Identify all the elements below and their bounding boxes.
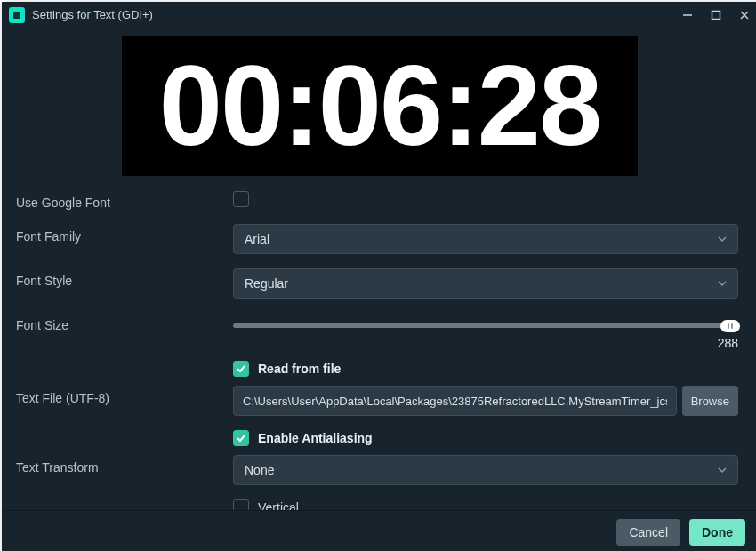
- minimize-button[interactable]: [681, 9, 694, 21]
- window-title: Settings for Text (GDI+): [32, 8, 681, 21]
- footer: Cancel Done: [2, 510, 756, 551]
- preview-area: 00:06:28: [2, 28, 756, 176]
- font-size-value: 288: [718, 336, 738, 350]
- select-font-family-value: Arial: [245, 232, 269, 246]
- label-font-family: Font Family: [12, 224, 233, 244]
- maximize-button[interactable]: [710, 9, 722, 21]
- checkbox-use-google-font[interactable]: [233, 191, 249, 207]
- browse-button[interactable]: Browse: [682, 386, 738, 416]
- select-font-style-value: Regular: [245, 276, 288, 291]
- input-text-file-path[interactable]: [233, 386, 677, 416]
- label-vertical: Vertical: [258, 500, 299, 510]
- preview-text: 00:06:28: [159, 49, 600, 163]
- close-button[interactable]: [738, 9, 751, 21]
- select-text-transform-value: None: [245, 463, 274, 477]
- app-icon: [9, 7, 25, 23]
- chevron-down-icon: [718, 463, 727, 477]
- done-button[interactable]: Done: [689, 519, 745, 546]
- select-text-transform[interactable]: None: [233, 455, 738, 485]
- slider-thumb[interactable]: [720, 320, 740, 332]
- label-font-style: Font Style: [12, 268, 233, 288]
- checkbox-vertical[interactable]: [233, 499, 249, 510]
- settings-window: Settings for Text (GDI+) 00:06:28 Use Go…: [2, 2, 756, 551]
- label-use-google-font: Use Google Font: [12, 190, 233, 210]
- label-font-size: Font Size: [12, 313, 233, 332]
- label-read-from-file: Read from file: [258, 362, 341, 376]
- chevron-down-icon: [718, 276, 727, 291]
- checkbox-enable-antialiasing[interactable]: [233, 430, 249, 446]
- slider-font-size[interactable]: [233, 323, 738, 328]
- svg-rect-2: [712, 11, 720, 19]
- checkbox-read-from-file[interactable]: [233, 361, 249, 377]
- select-font-style[interactable]: Regular: [233, 268, 738, 299]
- settings-form: Use Google Font Font Family Arial Font S…: [2, 176, 756, 510]
- titlebar: Settings for Text (GDI+): [2, 2, 756, 28]
- svg-rect-0: [13, 12, 20, 19]
- chevron-down-icon: [718, 232, 727, 246]
- label-text-file: Text File (UTF-8): [12, 386, 233, 405]
- label-text-transform: Text Transform: [12, 455, 233, 475]
- preview-canvas: 00:06:28: [122, 36, 638, 176]
- select-font-family[interactable]: Arial: [233, 224, 738, 254]
- label-enable-antialiasing: Enable Antialiasing: [258, 431, 373, 445]
- cancel-button[interactable]: Cancel: [616, 519, 680, 546]
